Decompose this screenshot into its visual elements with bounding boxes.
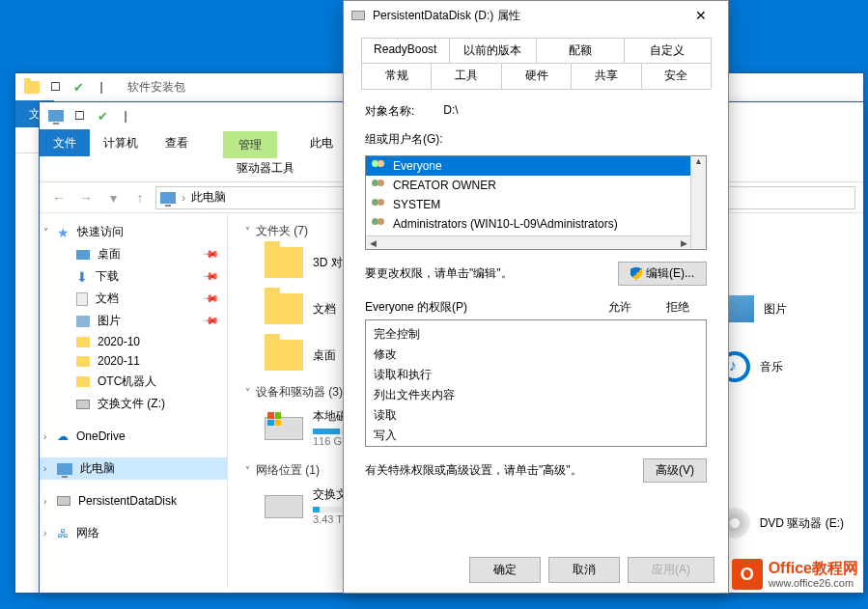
address-text: 此电脑: [191, 189, 226, 206]
qat-item[interactable]: ☐: [69, 105, 90, 126]
pin-icon: 📌: [201, 290, 219, 308]
group-system[interactable]: SYSTEM: [366, 195, 706, 214]
qat-divider: |: [91, 76, 112, 97]
tab-security[interactable]: 安全: [641, 63, 712, 89]
folder-icon: [76, 356, 90, 367]
dialog-title: PersistentDataDisk (D:) 属性: [373, 8, 674, 24]
folder-icon: [21, 76, 42, 97]
pictures-folder[interactable]: 图片: [719, 295, 844, 322]
sidebar: ˅★快速访问 桌面📌 ⬇下载📌 文档📌 图片📌 2020-10 2020-11 …: [40, 213, 228, 588]
sidebar-persistent[interactable]: ›PersistentDataDisk: [40, 491, 227, 511]
object-value: D:\: [443, 103, 458, 120]
advanced-hint: 有关特殊权限或高级设置，请单击"高级"。: [365, 462, 582, 479]
perm-write[interactable]: 写入: [374, 426, 698, 446]
properties-dialog: PersistentDataDisk (D:) 属性 ✕ ReadyBoost …: [343, 0, 729, 594]
group-creator[interactable]: CREATOR OWNER: [366, 176, 706, 195]
this-pc-short: 此电: [310, 135, 333, 152]
folder-icon: [265, 340, 303, 371]
sidebar-folder[interactable]: OTC机器人: [40, 371, 227, 393]
tab-custom[interactable]: 自定义: [624, 38, 713, 63]
sidebar-drive[interactable]: 交换文件 (Z:): [40, 393, 227, 415]
watermark-logo: O: [732, 559, 763, 590]
drive-icon: [351, 11, 365, 20]
qat-check[interactable]: ✔: [92, 105, 113, 126]
up-button[interactable]: ↑: [128, 186, 152, 209]
deny-header: 拒绝: [649, 299, 707, 316]
download-icon: ⬇: [76, 269, 88, 285]
edit-hint: 要更改权限，请单击"编辑"。: [365, 265, 513, 282]
perm-fullcontrol[interactable]: 完全控制: [374, 324, 698, 345]
tab-share[interactable]: 共享: [571, 63, 641, 89]
folder-icon: [76, 376, 90, 387]
tab-tools[interactable]: 工具: [431, 63, 501, 89]
sidebar-pictures[interactable]: 图片📌: [40, 310, 227, 332]
horizontal-scrollbar[interactable]: ◀▶: [366, 235, 690, 249]
edit-button[interactable]: 编辑(E)...: [618, 262, 707, 286]
permissions-listbox[interactable]: 完全控制 修改 读取和执行 列出文件夹内容 读取 写入: [365, 319, 707, 447]
right-items: 图片 音乐 DVD 驱动器 (E:): [719, 295, 844, 539]
folder-icon: [76, 337, 90, 347]
advanced-button[interactable]: 高级(V): [643, 458, 707, 483]
tab-readyboost[interactable]: ReadyBoost: [361, 38, 450, 63]
sidebar-desktop[interactable]: 桌面📌: [40, 243, 227, 265]
tab-hardware[interactable]: 硬件: [501, 63, 572, 89]
pin-icon: 📌: [201, 245, 219, 263]
tab-computer[interactable]: 计算机: [90, 129, 152, 156]
forward-button[interactable]: →: [74, 186, 98, 209]
close-button[interactable]: ✕: [682, 2, 720, 29]
people-icon: [372, 199, 387, 210]
group-everyone[interactable]: Everyone: [366, 156, 706, 176]
perm-readexec[interactable]: 读取和执行: [374, 365, 698, 385]
folder-icon: [265, 293, 303, 324]
pin-icon: 📌: [201, 267, 219, 286]
sidebar-network[interactable]: ›🖧网络: [40, 522, 227, 544]
quick-access[interactable]: ˅★快速访问: [40, 221, 227, 243]
doc-icon: [76, 292, 88, 306]
window-title: 软件安装包: [127, 79, 185, 96]
sidebar-downloads[interactable]: ⬇下载📌: [40, 265, 227, 288]
pc-icon: [45, 105, 67, 126]
ok-button[interactable]: 确定: [469, 557, 541, 583]
cloud-icon: ☁: [57, 429, 69, 443]
apply-button[interactable]: 应用(A): [628, 557, 714, 583]
people-icon: [372, 218, 387, 230]
music-folder[interactable]: 音乐: [719, 351, 844, 382]
tab-quota[interactable]: 配额: [536, 38, 625, 63]
group-admins[interactable]: Administrators (WIN10-L-09\Administrator…: [366, 214, 706, 234]
back-button[interactable]: ←: [47, 186, 70, 209]
perm-list[interactable]: 列出文件夹内容: [374, 385, 698, 405]
people-icon: [372, 180, 387, 191]
tab-view[interactable]: 查看: [152, 129, 202, 156]
sidebar-documents[interactable]: 文档📌: [40, 288, 227, 310]
object-label: 对象名称:: [365, 103, 414, 120]
qat-divider: |: [115, 105, 136, 126]
drive-icon: [57, 496, 70, 506]
sidebar-onedrive[interactable]: ›☁OneDrive: [40, 427, 227, 446]
file-tab[interactable]: 文件: [40, 129, 90, 156]
qat-check[interactable]: ✔: [68, 76, 89, 97]
sidebar-thispc[interactable]: ›此电脑: [40, 457, 227, 480]
desktop-icon: [76, 250, 90, 260]
driver-tools-tab[interactable]: 驱动器工具: [223, 154, 308, 181]
perm-modify[interactable]: 修改: [374, 345, 698, 365]
sidebar-folder[interactable]: 2020-11: [40, 351, 227, 371]
tab-previous[interactable]: 以前的版本: [449, 38, 538, 63]
drive-icon: [265, 417, 303, 440]
sidebar-folder[interactable]: 2020-10: [40, 332, 227, 351]
dropdown-history[interactable]: ▾: [101, 186, 125, 209]
cancel-button[interactable]: 取消: [548, 557, 620, 583]
perm-read[interactable]: 读取: [374, 405, 698, 426]
vertical-scrollbar[interactable]: ▲: [690, 156, 706, 249]
dialog-titlebar: PersistentDataDisk (D:) 属性 ✕: [344, 1, 728, 30]
star-icon: ★: [57, 225, 70, 240]
groups-listbox[interactable]: Everyone CREATOR OWNER SYSTEM Administra…: [365, 155, 707, 250]
folder-icon: [265, 247, 303, 278]
allow-header: 允许: [591, 299, 649, 316]
qat-item[interactable]: ☐: [44, 76, 66, 97]
tab-general[interactable]: 常规: [361, 63, 432, 89]
watermark-url: www.office26.com: [769, 577, 858, 589]
pic-icon: [76, 316, 90, 327]
pin-icon: 📌: [201, 312, 219, 330]
people-icon: [372, 160, 387, 172]
dvd-drive[interactable]: DVD 驱动器 (E:): [719, 508, 844, 539]
